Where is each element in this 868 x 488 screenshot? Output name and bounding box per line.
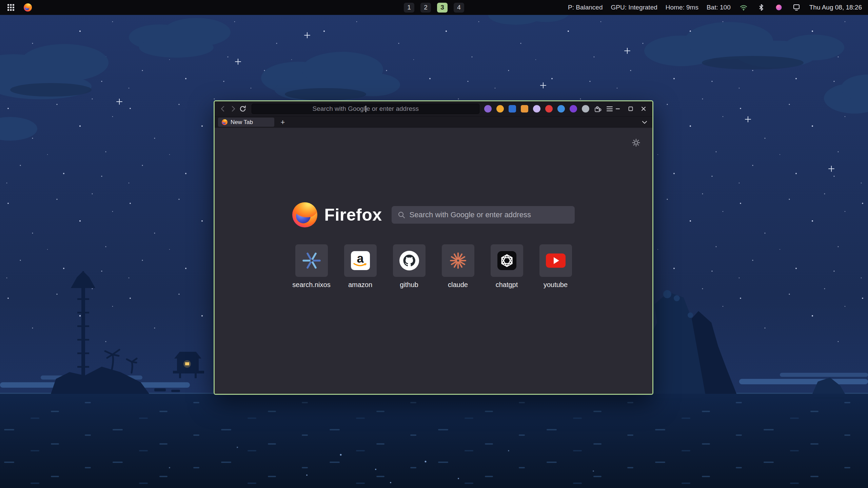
firefox-hero: Firefox (215, 202, 652, 227)
url-placeholder-right: e or enter address (367, 105, 419, 113)
tab-bar: New Tab + (215, 116, 652, 128)
shortcuts-row: search.nixos a amazon (215, 244, 652, 289)
shortcut-youtube[interactable]: youtube (531, 244, 580, 289)
network-latency-status: Home: 9ms (666, 4, 698, 11)
close-button[interactable] (639, 105, 648, 113)
text-caret (366, 106, 366, 112)
workspace-button-1[interactable]: 1 (404, 3, 414, 13)
search-icon (398, 211, 405, 219)
extension-toolbar (484, 105, 589, 113)
extension-icon[interactable] (582, 105, 589, 113)
shortcut-label: amazon (336, 281, 385, 289)
url-bar[interactable]: Search with Google or enter address (252, 104, 479, 114)
amazon-letter: a (357, 254, 363, 264)
tab-new-tab[interactable]: New Tab (218, 118, 274, 127)
shortcut-label: search.nixos (287, 281, 336, 289)
newtab-search-bar[interactable] (392, 206, 575, 224)
workspace-button-4[interactable]: 4 (454, 3, 464, 13)
amazon-icon: a (351, 251, 370, 270)
workspace-switcher: 1 2 3 4 (404, 3, 464, 13)
notification-dot-icon[interactable] (774, 3, 784, 12)
new-tab-page: Firefox (215, 128, 652, 394)
window-controls (614, 105, 648, 113)
extensions-puzzle-icon[interactable] (593, 104, 601, 113)
github-icon (399, 251, 419, 270)
extension-icon[interactable] (557, 105, 565, 113)
shortcut-search-nixos[interactable]: search.nixos (287, 244, 336, 289)
forward-button[interactable] (228, 103, 238, 114)
shortcut-label: youtube (531, 281, 580, 289)
wifi-icon[interactable] (739, 3, 748, 12)
extension-icon[interactable] (509, 105, 516, 113)
shortcut-github[interactable]: github (385, 244, 434, 289)
extension-icon[interactable] (496, 105, 504, 113)
reload-button[interactable] (238, 103, 248, 114)
tab-title: New Tab (231, 119, 253, 126)
url-placeholder-left: Search with Googl (313, 105, 365, 113)
power-profile-status: P: Balanced (568, 4, 603, 11)
maximize-button[interactable] (627, 105, 635, 113)
extension-icon[interactable] (545, 105, 553, 113)
nixos-icon (302, 251, 321, 270)
extension-icon[interactable] (533, 105, 540, 113)
menu-hamburger-icon[interactable] (606, 104, 614, 113)
bluetooth-icon[interactable] (756, 3, 766, 12)
display-icon[interactable] (792, 3, 801, 12)
extension-icon[interactable] (521, 105, 528, 113)
claude-icon (448, 251, 468, 270)
new-tab-button[interactable]: + (278, 118, 287, 127)
shortcut-label: github (385, 281, 434, 289)
battery-status: Bat: 100 (707, 4, 731, 11)
app-launcher-icon[interactable] (6, 3, 16, 12)
ocean (0, 393, 868, 488)
extension-icon[interactable] (570, 105, 577, 113)
personalize-gear-icon[interactable] (632, 139, 640, 148)
workspace-button-3[interactable]: 3 (437, 3, 448, 13)
chatgpt-icon (497, 251, 516, 270)
shortcut-chatgpt[interactable]: chatgpt (482, 244, 531, 289)
navigation-toolbar: Search with Google or enter address (215, 101, 652, 116)
shortcut-label: chatgpt (482, 281, 531, 289)
amazon-smile-icon (353, 263, 368, 267)
firefox-logo (292, 202, 317, 227)
workspace-button-2[interactable]: 2 (420, 3, 431, 13)
youtube-icon (546, 253, 566, 268)
clock: Thu Aug 08, 18:26 (809, 4, 862, 11)
shortcut-amazon[interactable]: a amazon (336, 244, 385, 289)
status-bar: 1 2 3 4 P: Balanced GPU: Integrated Home… (0, 0, 868, 15)
desktop: 1 2 3 4 P: Balanced GPU: Integrated Home… (0, 0, 868, 488)
shortcut-label: claude (434, 281, 482, 289)
list-all-tabs-chevron-icon[interactable] (640, 118, 649, 127)
firefox-favicon (222, 119, 228, 125)
extension-icon[interactable] (484, 105, 492, 113)
firefox-window: Search with Google or enter address (214, 100, 653, 395)
shortcut-claude[interactable]: claude (434, 244, 482, 289)
firefox-wordmark: Firefox (324, 205, 382, 225)
search-input[interactable] (410, 210, 569, 219)
back-button[interactable] (218, 103, 228, 114)
gpu-status: GPU: Integrated (611, 4, 657, 11)
minimize-button[interactable] (614, 105, 622, 113)
firefox-taskbar-icon[interactable] (23, 3, 33, 12)
